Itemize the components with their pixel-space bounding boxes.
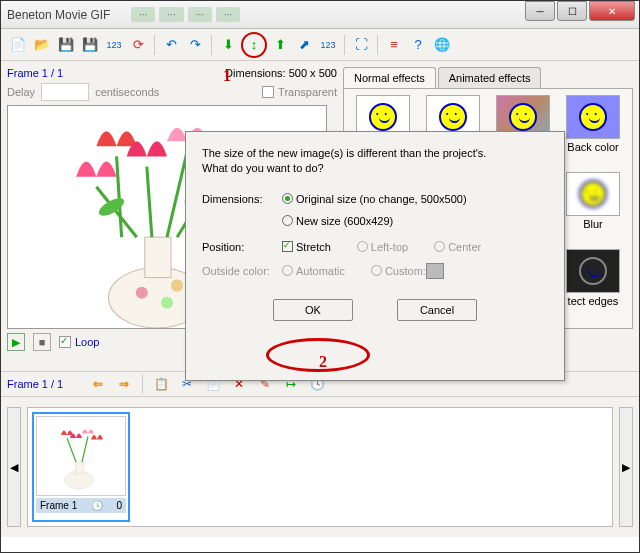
separator [377,35,378,55]
frame-counter: Frame 1 / 1 [7,67,63,79]
outside-color-label: Outside color: [202,265,274,277]
transparent-checkbox[interactable] [262,86,274,98]
save-as-icon[interactable]: 💾 [79,34,101,56]
export-all-icon[interactable]: 123 [317,34,339,56]
strip-prev-button[interactable]: ◀ [7,407,21,527]
thumb-clock-icon: 🕓 [91,500,103,511]
transparent-label: Transparent [278,86,337,98]
bg-tabs: ············ [131,7,240,22]
radio-new-size[interactable] [282,215,293,226]
frame-dimensions: Dimensions: 500 x 500 [225,67,337,79]
separator [211,35,212,55]
position-label: Position: [202,241,274,253]
delay-unit: centiseconds [95,86,159,98]
window-controls: ─ ☐ ✕ [523,1,635,21]
svg-rect-4 [145,237,171,277]
new-icon[interactable]: 📄 [7,34,29,56]
thumbnail-strip: ◀ Frame 1🕓0 ▶ [1,397,639,537]
titlebar: Beneton Movie GIF ············ ─ ☐ ✕ [1,1,639,29]
effect-item[interactable]: Blur [560,172,626,245]
web-icon[interactable]: 🌐 [431,34,453,56]
open-icon[interactable]: 📂 [31,34,53,56]
reload-icon[interactable]: ⟳ [127,34,149,56]
stop-button[interactable]: ■ [33,333,51,351]
radio-custom [371,265,382,276]
thumbnail-container: Frame 1🕓0 [27,407,613,527]
close-button[interactable]: ✕ [589,1,635,21]
add-frame-icon[interactable]: ⬇ [217,34,239,56]
svg-point-2 [161,297,173,309]
redo-icon[interactable]: ↷ [184,34,206,56]
ok-button[interactable]: OK [273,299,353,321]
delay-input[interactable] [41,83,89,101]
fullscreen-icon[interactable]: ⛶ [350,34,372,56]
radio-automatic [282,265,293,276]
minimize-button[interactable]: ─ [525,1,555,21]
frame-prev-icon[interactable]: ⇐ [87,373,109,395]
svg-point-1 [136,287,148,299]
delay-label: Delay [7,86,35,98]
export-frame-icon[interactable]: ⬈ [293,34,315,56]
separator [344,35,345,55]
svg-point-3 [171,280,183,292]
undo-icon[interactable]: ↶ [160,34,182,56]
loop-label: Loop [75,336,99,348]
strip-next-button[interactable]: ▶ [619,407,633,527]
resize-dialog: The size of the new image(s) is differen… [185,131,565,381]
checkbox-stretch[interactable] [282,241,293,252]
effect-item[interactable]: Back color [560,95,626,168]
thumbnail-frame-1[interactable]: Frame 1🕓0 [32,412,130,522]
annotation-circle-ok [266,338,370,372]
cancel-button[interactable]: Cancel [397,299,477,321]
thumb-name: Frame 1 [40,500,77,511]
svg-rect-8 [75,462,83,474]
thumb-image [37,417,127,495]
radio-center [434,241,445,252]
insert-frame-icon[interactable]: ↕ [241,32,267,58]
dialog-message: The size of the new image(s) is differen… [202,146,548,177]
annotation-1: 1 [223,67,231,85]
timeline-counter: Frame 1 / 1 [7,378,63,390]
export-icon[interactable]: 123 [103,34,125,56]
thumb-delay: 0 [116,500,122,511]
separator [154,35,155,55]
help-icon[interactable]: ? [407,34,429,56]
copy-icon[interactable]: 📋 [150,373,172,395]
effect-item[interactable]: tect edges [560,249,626,322]
loop-checkbox[interactable] [59,336,71,348]
save-icon[interactable]: 💾 [55,34,77,56]
radio-left-top [357,241,368,252]
settings-icon[interactable]: ≡ [383,34,405,56]
play-button[interactable]: ▶ [7,333,25,351]
color-swatch [426,263,444,279]
add-blank-icon[interactable]: ⬆ [269,34,291,56]
window-title: Beneton Movie GIF [7,8,110,22]
svg-point-5 [96,195,127,220]
dimensions-label: Dimensions: [202,193,274,205]
maximize-button[interactable]: ☐ [557,1,587,21]
tab-animated-effects[interactable]: Animated effects [438,67,542,88]
radio-original-size[interactable] [282,193,293,204]
frame-next-icon[interactable]: ⇒ [113,373,135,395]
annotation-2: 2 [319,353,327,371]
tab-normal-effects[interactable]: Normal effects [343,67,436,88]
main-toolbar: 📄 📂 💾 💾 123 ⟳ ↶ ↷ ⬇ ↕ ⬆ ⬈ 123 ⛶ ≡ ? 🌐 [1,29,639,61]
